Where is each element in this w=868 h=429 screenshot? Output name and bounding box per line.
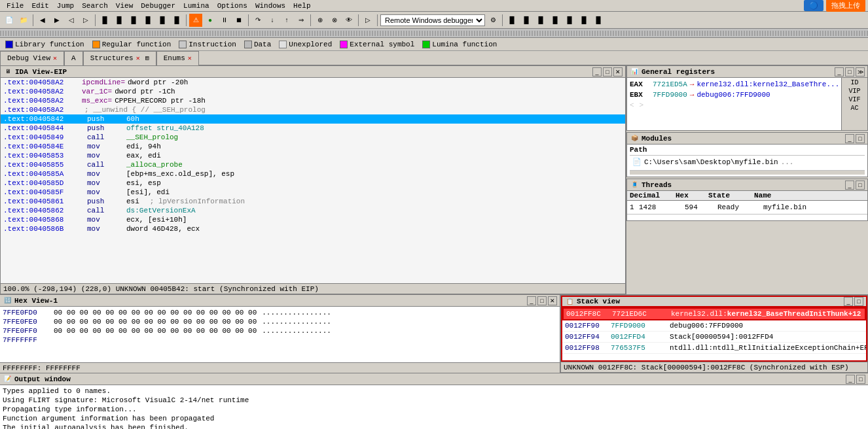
reg-panel-body[interactable]: EAX 7721ED5A → kernel32.dll:kernel32_Bas… [627, 78, 841, 130]
tb5[interactable]: ▐▌ [127, 14, 140, 27]
threads-body[interactable]: Decimal Hex State Name 1 1428 594 Ready … [627, 191, 867, 220]
tb7[interactable]: ▐▌ [156, 14, 169, 27]
reg-minimize[interactable]: _ [835, 67, 844, 77]
tb-more5[interactable]: ▐▌ [563, 14, 576, 27]
op-13: [esi], edi [126, 188, 170, 197]
ida-view-maximize[interactable]: □ [603, 67, 612, 77]
menu-help[interactable]: Help [289, 2, 314, 10]
reg-more[interactable]: ≫ [856, 67, 865, 77]
stack-addr-3: 0012FF98 [565, 343, 611, 353]
tab-structures[interactable]: Structures ✕ ⊞ [83, 51, 156, 65]
debug-conf[interactable]: ⚙ [486, 14, 499, 27]
menu-file[interactable]: File [3, 2, 27, 10]
modules-header: 📦 Modules _ □ [627, 133, 867, 145]
code-line-15: .text:00405862 call ds:GetVersionExA [1, 206, 625, 215]
fwd2-btn[interactable]: ▷ [79, 14, 92, 27]
tb3[interactable]: ▐▌ [98, 14, 111, 27]
tb-more4[interactable]: ▐▌ [549, 14, 562, 27]
menu-lumina[interactable]: Lumina [179, 2, 213, 10]
reg-right-col: ID VIP VIF AC [841, 78, 867, 130]
threads-minimize[interactable]: _ [845, 180, 854, 190]
tb-more6[interactable]: ▐▌ [577, 14, 590, 27]
tab-enums-close[interactable]: ✕ [188, 54, 192, 62]
reg-maximize[interactable]: □ [845, 67, 854, 77]
menu-options[interactable]: Options [213, 2, 251, 10]
step-into[interactable]: ↓ [266, 14, 279, 27]
menu-jump[interactable]: Jump [53, 2, 78, 10]
open-btn[interactable]: 📁 [17, 14, 30, 27]
csdn-button[interactable]: 🔵 [804, 0, 823, 11]
tb-more2[interactable]: ▐▌ [520, 14, 533, 27]
threads-col-header: Decimal Hex State Name [627, 191, 867, 201]
hex-ascii-1: ................ [262, 317, 331, 326]
back-btn[interactable]: ◀ [36, 14, 49, 27]
menu-debugger[interactable]: Debugger [137, 2, 179, 10]
tab-debug-view[interactable]: Debug View ✕ [0, 51, 64, 65]
upload-button[interactable]: 拖拽上传 [826, 0, 865, 12]
back2-btn[interactable]: ◁ [65, 14, 78, 27]
hex-minimize[interactable]: _ [527, 296, 536, 305]
hex-addr-3: 7FFFFFFF [3, 335, 48, 345]
stack-body[interactable]: 0012FF8C 7721ED6C kernel32.dll:kernel32_… [561, 307, 867, 362]
nav-bar[interactable] [0, 31, 868, 36]
ida-view-close[interactable]: ✕ [613, 67, 623, 77]
step-over[interactable]: ↷ [251, 14, 264, 27]
tab-debug-view-close[interactable]: ✕ [53, 54, 57, 62]
hex-body[interactable]: 7FFE0FD0 00 00 00 00 00 00 00 00 00 00 0… [0, 307, 560, 362]
tb-more3[interactable]: ▐▌ [534, 14, 547, 27]
ida-view-body[interactable]: .text:004058A2 ipcmdLine= dword ptr -20h… [1, 78, 625, 283]
bp2-btn[interactable]: ⊗ [328, 14, 341, 27]
output-minimize[interactable]: _ [846, 375, 855, 384]
code-line-2: .text:004058A2 var_1C= dword ptr -1Ch [1, 87, 625, 96]
addr-5: .text:00405842 [3, 114, 82, 124]
menu-windows[interactable]: Windows [251, 2, 289, 10]
legend-regular: Regular function [92, 41, 172, 48]
ida-view-panel: 🖥 IDA View-EIP _ □ ✕ .text:004058A2 ipcm… [0, 65, 626, 294]
stack-maximize[interactable]: □ [854, 297, 863, 306]
pause-btn[interactable]: ⏸ [218, 14, 231, 27]
run-btn[interactable]: ● [204, 14, 217, 27]
threads-title: Threads [642, 181, 672, 189]
modules-body[interactable]: Path 📄 C:\Users\sam\Desktop\myfile.bin .… [627, 145, 867, 177]
hex-close[interactable]: ✕ [548, 296, 557, 305]
modules-maximize[interactable]: □ [856, 134, 865, 143]
tb-more1[interactable]: ▐▌ [505, 14, 518, 27]
code-line-13: .text:0040585F mov [esi], edi [1, 188, 625, 197]
modules-minimize[interactable]: _ [845, 134, 854, 143]
ida-view-minimize[interactable]: _ [592, 67, 602, 77]
hex-line-3: 7FFFFFFF [3, 335, 557, 345]
output-body[interactable]: Types applied to 0 names. Using FLIRT si… [0, 385, 868, 429]
output-line-2: Propagating type information... [3, 405, 865, 414]
run-cursor[interactable]: ⇒ [295, 14, 308, 27]
menu-view[interactable]: View [112, 2, 137, 10]
hex-icon: 🔢 [3, 296, 12, 305]
forward-btn[interactable]: ▶ [50, 14, 63, 27]
watch-btn[interactable]: 👁 [342, 14, 355, 27]
hex-maximize[interactable]: □ [537, 296, 547, 305]
new-btn[interactable]: 📄 [3, 14, 16, 27]
menu-search[interactable]: Search [78, 2, 112, 10]
sep1 [33, 14, 33, 26]
code-line-8: .text:0040584E mov edi, 94h [1, 142, 625, 151]
debugger-combo[interactable]: Remote Windows debugger [380, 14, 485, 26]
output-maximize[interactable]: □ [856, 375, 865, 384]
stack-minimize[interactable]: _ [844, 297, 853, 306]
stack-row-1: 0012FF90 7FFD9000 debug006:7FFD9000 [562, 320, 866, 332]
tb8[interactable]: ▐▌ [170, 14, 183, 27]
tab-ida-view[interactable]: A [64, 51, 83, 65]
step-out[interactable]: ↑ [280, 14, 293, 27]
tab-bar: Debug View ✕ A Structures ✕ ⊞ Enums ✕ [0, 51, 868, 65]
hex-addr-1: 7FFE0FE0 [3, 317, 48, 326]
modules-scrollbar[interactable] [630, 171, 865, 175]
menu-edit[interactable]: Edit [27, 2, 52, 10]
play2-btn[interactable]: ▷ [361, 14, 374, 27]
tb6[interactable]: ▐▌ [141, 14, 154, 27]
tb4[interactable]: ▐▌ [113, 14, 126, 27]
tab-structures-close[interactable]: ✕ [136, 54, 140, 62]
warn-btn[interactable]: ⚠ [189, 14, 202, 27]
stop-btn[interactable]: ⏹ [232, 14, 245, 27]
threads-maximize[interactable]: □ [856, 180, 865, 190]
bp-btn[interactable]: ⊕ [314, 14, 327, 27]
tb-more7[interactable]: ▐▌ [592, 14, 605, 27]
tab-enums[interactable]: Enums ✕ [156, 51, 199, 65]
